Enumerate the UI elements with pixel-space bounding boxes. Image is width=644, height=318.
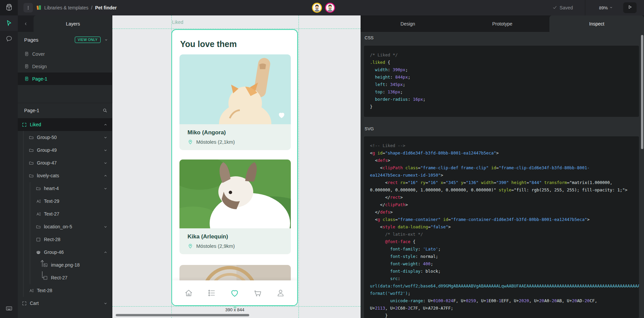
comment-tool[interactable] [0,31,18,46]
nav-cart-icon[interactable] [253,288,262,298]
tab-inspect[interactable]: Inspect [549,15,644,32]
chevron-down-icon[interactable] [103,186,108,191]
collapse-panel-button[interactable] [18,15,34,32]
indent-guide [23,246,23,259]
phone-bottom-nav [172,280,297,305]
breadcrumb-project[interactable]: Libraries & templates [44,5,89,10]
pet-card[interactable]: Kika (Arlequín)Móstoles (2,9km) [179,160,291,254]
pet-card-info: Kika (Arlequín)Móstoles (2,9km) [179,228,291,254]
favorite-heart-icon[interactable] [277,215,286,224]
layer-row-image.png-18[interactable]: image.png-18 [18,259,112,271]
frame-size-label: 390 x 844 [205,307,265,312]
indent-guide [23,284,23,297]
layer-row-text-27[interactable]: Text-27 [18,208,112,220]
inspect-panel-scrollbar[interactable] [641,35,643,149]
main-menu-button[interactable] [23,3,33,12]
chevron-down-icon[interactable] [103,225,108,229]
search-icon[interactable] [102,108,108,113]
library-icon [36,5,42,10]
layer-label: image.png-18 [51,262,80,268]
layers-panel: Layers Pages VIEW ONLY CoverDesignPage-1… [18,15,112,318]
layer-label: heart-4 [44,186,59,191]
indent-guide [30,182,30,195]
folder-layer-icon [29,161,34,166]
chevron-up-icon[interactable] [103,250,108,255]
layer-row-heart-4[interactable]: heart-4 [18,182,112,195]
layer-row-cart[interactable]: Cart [18,297,112,310]
layer-row-group-49[interactable]: Group-49 [18,144,112,156]
favorite-heart-icon[interactable] [277,110,286,120]
breadcrumb-separator: / [91,5,93,10]
layer-row-location_on-5[interactable]: location_on-5 [18,220,112,233]
layers-tab[interactable]: Layers [34,15,112,32]
mask-layer-icon [36,250,41,255]
chevron-down-icon[interactable] [103,148,108,152]
tool-bar [0,15,18,318]
indent-guide [23,233,23,246]
frame-label[interactable]: Liked [172,19,183,25]
page-label: Cover [32,51,45,57]
css-code-block[interactable]: /* Liked */.liked { width: 390px; height… [364,46,639,117]
layer-row-liked[interactable]: Liked [18,118,112,131]
guide-right [299,15,299,318]
layer-row-rect-28[interactable]: Rect-28 [18,233,112,246]
pointer-tool[interactable] [0,15,18,31]
zoom-control[interactable]: 89% [599,0,613,15]
chevron-up-icon[interactable] [103,123,108,127]
user-avatar[interactable] [325,3,335,13]
board-layer-icon [22,122,27,127]
user-avatar[interactable] [312,3,322,13]
nav-heart-icon[interactable] [230,288,239,298]
penpot-logo[interactable] [0,0,18,15]
svg-code-block[interactable]: <!-- Liked --><g id="shape-d1d6e34f-b3fd… [364,136,639,318]
layer-row-lovely-cats[interactable]: lovely-cats [18,169,112,182]
layer-label: Rect-28 [44,237,60,242]
pet-location: Móstoles (2,9km) [187,243,283,249]
inspect-panel: DesignPrototypeInspect CSS /* Liked */.l… [361,15,644,318]
page-item-cover[interactable]: Cover [18,48,112,60]
indent-guide [23,208,23,220]
pages-section-title: Pages [24,37,75,43]
canvas[interactable]: Liked You love them Miko (Angora)Móstole… [112,15,361,318]
location-pin-icon [187,139,193,145]
shortcuts-button[interactable] [0,301,18,316]
layer-row-text-29[interactable]: Text-29 [18,195,112,208]
pages-collapse-chevron[interactable] [104,38,108,42]
tab-prototype[interactable]: Prototype [455,15,550,32]
view-mode-button[interactable] [623,2,637,13]
nav-user-icon[interactable] [276,288,285,298]
chevron-down-icon[interactable] [103,135,108,140]
chevron-down-icon[interactable] [103,301,108,306]
mask-link-indicator [36,259,41,271]
screen-title: You love them [180,39,237,49]
layer-label: Rect-27 [51,275,67,280]
guide-top [112,29,361,29]
pet-card[interactable]: Miko (Angora)Móstoles (2,1km) [179,54,291,150]
layer-row-group-47[interactable]: Group-47 [18,156,112,169]
page-label: Page-1 [32,76,47,82]
liked-frame[interactable]: You love them Miko (Angora)Móstoles (2,1… [171,29,298,306]
indent-guide [30,259,30,271]
layer-row-group-46[interactable]: Group-46 [18,246,112,259]
page-item-design[interactable]: Design [18,60,112,73]
location-text: Móstoles (2,1km) [196,139,235,145]
breadcrumb-file-name[interactable]: Pet finder [95,5,117,10]
layer-label: Group-47 [37,160,57,166]
page-item-page-1[interactable]: Page-1 [18,73,112,85]
page-icon [24,76,29,81]
nav-home-icon[interactable] [184,288,193,298]
tab-design[interactable]: Design [361,15,455,32]
chevron-up-icon[interactable] [103,174,108,178]
folder-layer-icon [29,148,34,153]
layer-label: Text-28 [37,288,52,293]
layer-row-group-50[interactable]: Group-50 [18,131,112,144]
nav-list-icon[interactable] [207,288,216,298]
layer-label: Cart [30,301,39,306]
layer-label: lovely-cats [37,173,59,178]
canvas-horizontal-scrollbar[interactable] [116,314,249,316]
layer-row-text-28[interactable]: Text-28 [18,284,112,297]
view-only-badge: VIEW ONLY [75,37,101,43]
layer-row-rect-27[interactable]: Rect-27 [18,271,112,284]
indent-guide [23,271,23,284]
chevron-down-icon[interactable] [103,161,108,165]
